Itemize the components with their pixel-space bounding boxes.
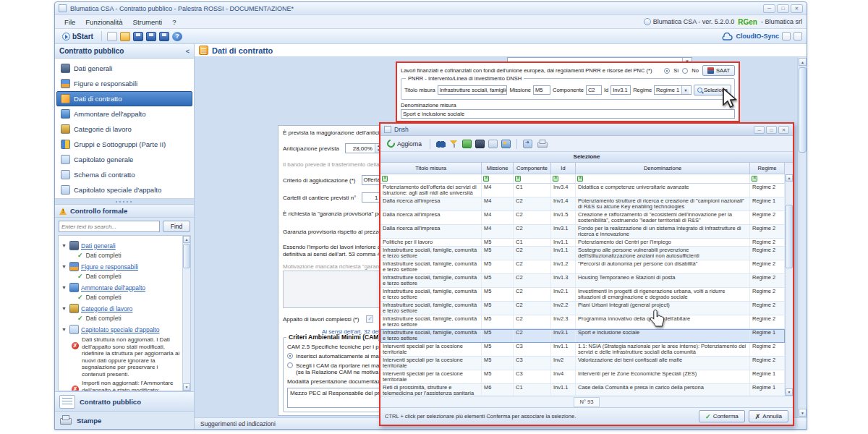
menu-item-?[interactable]: ?	[167, 17, 181, 27]
complessi-checkbox[interactable]	[366, 315, 373, 323]
tree-item[interactable]: ▼Ammontare dell'appalto	[61, 283, 180, 292]
cloud-sync-button[interactable]: CloudIO-Sync	[721, 32, 802, 41]
table-row[interactable]: Infrastrutture sociali, famiglie, comuni…	[380, 302, 785, 315]
anticipazione-stepper[interactable]: 28,00%▲▼	[345, 143, 383, 153]
filter-icon[interactable]	[449, 140, 459, 148]
tree-item[interactable]: ▼Categorie di lavoro	[61, 304, 180, 313]
menu-item-file[interactable]: File	[59, 17, 80, 27]
scrollbar-thumb[interactable]	[183, 244, 190, 268]
minimize-button[interactable]: ─	[763, 4, 775, 13]
menu-item-funzionalit[interactable]: Funzionalità	[80, 17, 127, 27]
table-row[interactable]: Infrastrutture sociali, famiglie, comuni…	[380, 315, 785, 329]
sidebar-button-contratto-pubblico[interactable]: Contratto pubblico	[55, 391, 194, 411]
grid-options-icon[interactable]	[462, 140, 472, 148]
scrollbar-thumb[interactable]	[786, 205, 793, 268]
tree-item-link[interactable]: Figure e responsabili	[81, 263, 138, 271]
aggiorna-button[interactable]: Aggiorna	[385, 139, 424, 148]
scroll-down-icon[interactable]: ▼	[786, 388, 793, 396]
sidebar-item-capitolato-speciale-d-appalto[interactable]: Capitolato speciale d'appalto	[55, 182, 194, 197]
table-scrollbar[interactable]: ▲ ▼	[785, 174, 793, 396]
table-row[interactable]: Dalla ricerca all'impresaM4C2Inv1.4Poten…	[380, 197, 785, 211]
save-icon[interactable]	[133, 32, 143, 41]
sidebar-item-figure-e-responsabili[interactable]: Figure e responsabili	[55, 76, 194, 91]
titolo-misura-field[interactable]: Infrastrutture sociali, famiglie, comuni…	[438, 85, 508, 95]
bstart-button[interactable]: bStart	[59, 32, 96, 41]
splitter-handle[interactable]	[55, 199, 194, 205]
table-row[interactable]: Reti di prossimità, strutture e telemedi…	[380, 384, 785, 396]
export-icon[interactable]	[523, 140, 532, 148]
regime-select[interactable]: Regime 1▼	[654, 85, 692, 95]
save-all-icon[interactable]	[146, 32, 156, 41]
close-button[interactable]: ✕	[791, 4, 803, 13]
radio-si[interactable]	[664, 68, 670, 74]
table-row[interactable]: Infrastrutture sociali, famiglie, comuni…	[380, 247, 785, 260]
denominazione-field[interactable]: Sport e inclusione sociale	[401, 109, 735, 119]
column-header-componente[interactable]: Componente	[514, 163, 551, 174]
scroll-up-icon[interactable]: ▲	[799, 58, 807, 66]
sidebar-button-stampe[interactable]: Stampe	[55, 411, 194, 429]
menu-item-strumenti[interactable]: Strumenti	[128, 17, 168, 27]
table-row[interactable]: Dalla ricerca all'impresaM4C2Inv1.5Creaz…	[380, 211, 785, 225]
table-row[interactable]: Infrastrutture sociali, famiglie, comuni…	[380, 329, 785, 343]
layout-light-icon[interactable]	[488, 140, 498, 148]
sidebar-item-dati-di-contratto[interactable]: Dati di contratto	[56, 91, 192, 106]
sidebar-item-gruppi-e-sottogruppi-parte-ii-[interactable]: Gruppi e Sottogruppi (Parte II)	[55, 137, 194, 152]
chevron-expanded-icon[interactable]: ▼	[61, 327, 67, 332]
maximize-button[interactable]: □	[777, 4, 789, 13]
filter-cell[interactable]	[551, 174, 576, 184]
id-field[interactable]: Inv3.1	[610, 85, 631, 95]
conferma-button[interactable]: ✓Conferma	[699, 410, 745, 422]
column-header-id[interactable]: Id	[551, 163, 576, 174]
radio-no[interactable]	[682, 68, 688, 74]
layout-dark-icon[interactable]	[475, 140, 485, 148]
tree-scrollbar[interactable]: ▲ ▼	[182, 236, 190, 391]
tree-item[interactable]: ▼Figure e responsabili	[61, 262, 180, 271]
modal-maximize-button[interactable]: □	[766, 126, 777, 134]
missione-field[interactable]: M5	[533, 85, 550, 95]
chevron-expanded-icon[interactable]: ▼	[61, 285, 67, 290]
help-icon[interactable]: ?	[172, 32, 182, 41]
scroll-down-icon[interactable]: ▼	[183, 383, 190, 391]
sidebar-item-categorie-di-lavoro[interactable]: Categorie di lavoro	[55, 122, 194, 137]
sidebar-item-schema-di-contratto[interactable]: Schema di contratto	[55, 167, 194, 182]
sync-doc2-icon[interactable]	[793, 32, 802, 41]
filter-cell[interactable]	[514, 174, 551, 184]
modal-close-button[interactable]: ✕	[778, 126, 789, 134]
print-icon[interactable]	[537, 140, 548, 148]
scroll-up-icon[interactable]: ▲	[786, 174, 793, 182]
column-header-titolo-misura[interactable]: Titolo misura	[380, 163, 482, 174]
find-button[interactable]: Find	[163, 221, 190, 232]
table-row[interactable]: Interventi speciali per la coesione terr…	[380, 370, 785, 384]
find-icon[interactable]	[436, 140, 446, 148]
sidebar-item-capitolato-generale[interactable]: Capitolato generale	[55, 152, 194, 167]
open-folder-icon[interactable]	[120, 32, 130, 41]
sidebar-item-ammontare-dell-appalto[interactable]: Ammontare dell'appalto	[55, 106, 194, 122]
sidebar-item-dati-generali[interactable]: Dati generali	[55, 61, 194, 76]
tree-item[interactable]: ▼Dati generali	[61, 241, 180, 250]
tree-item-link[interactable]: Capitolato speciale d'appalto	[81, 326, 159, 333]
new-file-icon[interactable]	[107, 32, 117, 41]
collapse-icon[interactable]: <	[186, 48, 190, 55]
table-row[interactable]: Dalla ricerca all'impresaM4C2Inv3.1Fondo…	[380, 225, 785, 239]
table-row[interactable]: Infrastrutture sociali, famiglie, comuni…	[380, 288, 785, 302]
filter-cell[interactable]	[750, 174, 785, 184]
filter-cell[interactable]	[482, 174, 514, 184]
chevron-expanded-icon[interactable]: ▼	[61, 264, 67, 269]
table-row[interactable]: Potenziamento dell'offerta dei servizi d…	[380, 184, 785, 197]
tree-item[interactable]: ▼Capitolato speciale d'appalto	[61, 325, 180, 334]
table-row[interactable]: Infrastrutture sociali, famiglie, comuni…	[380, 274, 785, 288]
column-header-denominazione[interactable]: Denominazione	[576, 163, 750, 174]
card-view-icon[interactable]	[501, 140, 511, 148]
column-header-regime[interactable]: Regime	[750, 163, 785, 174]
table-row[interactable]: Infrastrutture sociali, famiglie, comuni…	[380, 260, 785, 274]
filter-cell[interactable]	[576, 174, 750, 184]
tree-item-link[interactable]: Ammontare dell'appalto	[81, 284, 145, 292]
cam-radio-auto[interactable]	[287, 353, 293, 359]
tree-item-link[interactable]: Dati generali	[81, 242, 116, 250]
saat-button[interactable]: SAAT	[702, 65, 735, 76]
search-input[interactable]	[59, 221, 160, 232]
main-scrollbar[interactable]: ▲ ▼	[797, 57, 807, 417]
scroll-down-icon[interactable]: ▼	[799, 409, 807, 417]
save-as-icon[interactable]	[159, 32, 169, 41]
table-row[interactable]: Interventi speciali per la coesione terr…	[380, 357, 785, 370]
